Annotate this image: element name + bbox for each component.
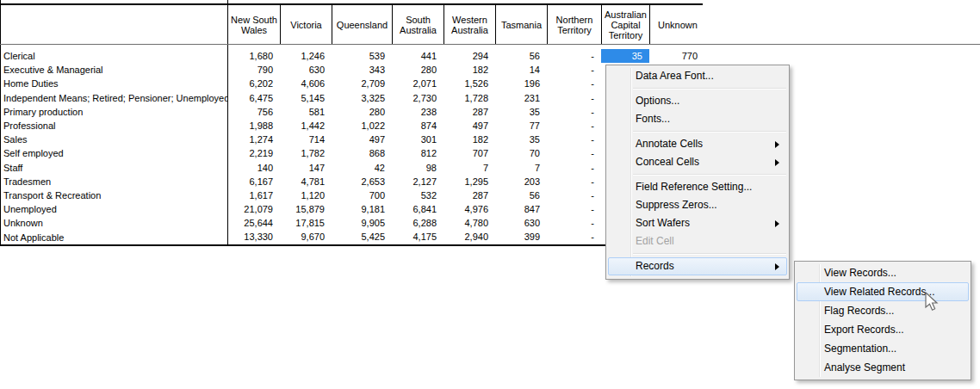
data-cell[interactable]: - [547,216,601,230]
submenu-item-segmentation[interactable]: Segmentation... [797,339,969,358]
data-cell[interactable]: 2,653 [332,175,392,188]
data-cell[interactable]: 14 [495,63,547,77]
menu-item-conceal-cells[interactable]: Conceal Cells [608,153,787,171]
data-cell[interactable]: 714 [280,133,332,146]
data-cell[interactable]: 539 [332,49,392,63]
data-cell[interactable]: 1,274 [227,133,280,146]
data-cell[interactable]: 770 [649,49,704,63]
data-cell[interactable]: - [547,77,601,90]
data-cell[interactable]: 280 [332,105,392,119]
data-cell[interactable]: 9,670 [280,230,332,244]
row-label[interactable]: Executive & Managerial [0,65,227,75]
data-cell[interactable]: 7 [495,161,547,175]
row-label[interactable]: Clerical [0,51,227,61]
data-cell[interactable]: 17,815 [280,216,332,230]
data-cell[interactable]: 98 [392,161,443,175]
data-cell[interactable]: 1,728 [443,91,495,105]
row-label[interactable]: Staff [0,163,227,173]
selected-cell[interactable]: 35 [601,49,649,63]
submenu-item-flag-records[interactable]: Flag Records... [797,301,969,320]
row-label[interactable]: Sales [0,134,227,145]
data-cell[interactable]: 868 [332,146,392,160]
data-cell[interactable]: 13,330 [227,230,280,244]
menu-item-sort-wafers[interactable]: Sort Wafers [608,214,787,232]
data-cell[interactable]: 294 [443,49,495,63]
data-cell[interactable]: 182 [443,133,495,146]
row-label[interactable]: Primary production [0,107,227,117]
data-cell[interactable]: 790 [227,63,280,77]
data-cell[interactable]: 4,781 [280,175,332,188]
column-header[interactable]: Tasmania [496,5,548,44]
submenu-item-analyse-segment[interactable]: Analyse Segment [797,358,969,377]
data-cell[interactable]: 287 [443,188,495,202]
data-cell[interactable]: 25,644 [227,216,280,230]
data-cell[interactable]: 399 [495,230,547,244]
data-cell[interactable]: 35 [495,105,547,119]
data-cell[interactable]: - [547,188,601,202]
data-cell[interactable]: 1,295 [443,175,495,188]
data-cell[interactable]: 756 [227,105,280,119]
data-cell[interactable]: 4,780 [443,216,495,230]
data-cell[interactable]: 441 [392,49,443,63]
menu-item-options[interactable]: Options... [608,92,787,110]
data-cell[interactable]: 2,730 [392,91,443,105]
data-cell[interactable]: 2,071 [392,77,443,90]
menu-item-field-reference-setting[interactable]: Field Reference Setting... [608,178,787,196]
column-header[interactable]: Australian Capital Territory [602,5,650,44]
data-cell[interactable]: - [547,105,601,119]
data-cell[interactable]: 231 [495,91,547,105]
data-cell[interactable]: - [547,175,601,188]
row-label[interactable]: Home Duties [0,78,227,89]
data-cell[interactable]: - [547,146,601,160]
data-cell[interactable]: 343 [332,63,392,77]
menu-item-records[interactable]: Records [608,257,787,275]
data-cell[interactable]: 497 [332,133,392,146]
data-cell[interactable]: 5,145 [280,91,332,105]
data-cell[interactable]: 847 [495,202,547,216]
data-cell[interactable]: 287 [443,105,495,119]
data-cell[interactable]: 301 [392,133,443,146]
data-cell[interactable]: 238 [392,105,443,119]
menu-item-data-area-font[interactable]: Data Area Font... [608,67,787,85]
row-label[interactable]: Unemployed [0,204,227,214]
data-cell[interactable]: 42 [332,161,392,175]
row-label[interactable]: Independent Means; Retired; Pensioner; U… [0,93,227,103]
data-cell[interactable]: 182 [443,63,495,77]
data-cell[interactable]: 7 [443,161,495,175]
data-cell[interactable]: 1,442 [280,119,332,133]
menu-item-fonts[interactable]: Fonts... [608,110,787,128]
data-cell[interactable]: 1,246 [280,49,332,63]
data-cell[interactable]: 56 [495,49,547,63]
submenu-item-view-records[interactable]: View Records... [797,263,969,282]
data-cell[interactable]: 1,526 [443,77,495,90]
data-cell[interactable]: 2,219 [227,146,280,160]
data-cell[interactable]: 6,841 [392,202,443,216]
data-cell[interactable]: 6,202 [227,77,280,90]
data-cell[interactable]: 3,325 [332,91,392,105]
column-header[interactable]: Victoria [281,5,332,44]
data-cell[interactable]: 203 [495,175,547,188]
data-cell[interactable]: 70 [495,146,547,160]
data-cell[interactable]: 1,120 [280,188,332,202]
row-label[interactable]: Not Applicable [0,232,227,243]
data-cell[interactable]: 1,617 [227,188,280,202]
data-cell[interactable]: - [547,161,601,175]
row-label[interactable]: Transport & Recreation [0,190,227,201]
data-cell[interactable]: 700 [332,188,392,202]
data-cell[interactable]: - [547,91,601,105]
data-cell[interactable]: 812 [392,146,443,160]
data-cell[interactable]: 21,079 [227,202,280,216]
data-cell[interactable]: 56 [495,188,547,202]
row-label[interactable]: Unknown [0,218,227,228]
data-cell[interactable]: 140 [227,161,280,175]
data-cell[interactable]: 1,022 [332,119,392,133]
column-header[interactable]: Northern Territory [548,5,602,44]
column-header[interactable]: Unknown [650,5,705,44]
data-cell[interactable]: 2,127 [392,175,443,188]
data-cell[interactable]: 630 [280,63,332,77]
data-cell[interactable]: 6,288 [392,216,443,230]
column-header[interactable]: Queensland [332,5,393,44]
data-cell[interactable]: 9,181 [332,202,392,216]
data-cell[interactable]: 4,976 [443,202,495,216]
data-cell[interactable]: 147 [280,161,332,175]
